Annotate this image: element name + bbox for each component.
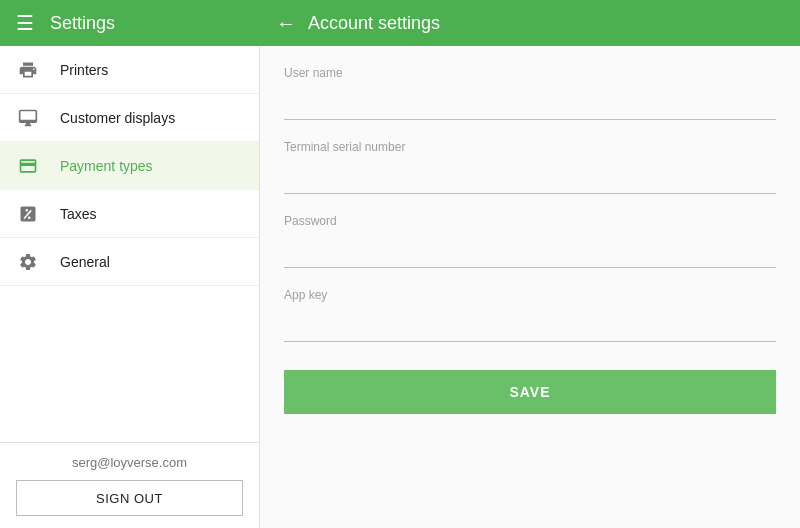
percent-icon [16,204,40,224]
sidebar-label-customer-displays: Customer displays [60,110,175,126]
password-label: Password [284,214,776,228]
sidebar-item-payment-types[interactable]: Payment types [0,142,259,190]
username-label: User name [284,66,776,80]
terminal-serial-group: Terminal serial number [284,140,776,194]
back-icon[interactable]: ← [276,12,296,35]
sidebar-title: Settings [50,13,115,34]
username-group: User name [284,66,776,120]
header-right: ← Account settings [276,12,784,35]
save-button[interactable]: SAVE [284,370,776,414]
app-key-input[interactable] [284,306,776,342]
page-title: Account settings [308,13,440,34]
app-header: ☰ Settings ← Account settings [0,0,800,46]
gear-icon [16,252,40,272]
monitor-icon [16,108,40,128]
sidebar-item-taxes[interactable]: Taxes [0,190,259,238]
sidebar-label-printers: Printers [60,62,108,78]
password-input[interactable] [284,232,776,268]
hamburger-icon[interactable]: ☰ [16,11,34,35]
password-group: Password [284,214,776,268]
sidebar-item-general[interactable]: General [0,238,259,286]
sidebar-label-general: General [60,254,110,270]
app-key-group: App key [284,288,776,342]
card-icon [16,156,40,176]
sidebar-label-payment-types: Payment types [60,158,153,174]
sidebar-nav: Printers Customer displays Payment types [0,46,259,442]
app-key-label: App key [284,288,776,302]
sign-out-button[interactable]: SIGN OUT [16,480,243,516]
sidebar-label-taxes: Taxes [60,206,97,222]
user-email: serg@loyverse.com [72,455,187,470]
sidebar-item-printers[interactable]: Printers [0,46,259,94]
printer-icon [16,60,40,80]
terminal-serial-label: Terminal serial number [284,140,776,154]
sidebar: Printers Customer displays Payment types [0,46,260,528]
sidebar-item-customer-displays[interactable]: Customer displays [0,94,259,142]
terminal-serial-input[interactable] [284,158,776,194]
main-layout: Printers Customer displays Payment types [0,46,800,528]
sidebar-footer: serg@loyverse.com SIGN OUT [0,442,259,528]
header-left: ☰ Settings [16,11,276,35]
content-area: User name Terminal serial number Passwor… [260,46,800,528]
username-input[interactable] [284,84,776,120]
